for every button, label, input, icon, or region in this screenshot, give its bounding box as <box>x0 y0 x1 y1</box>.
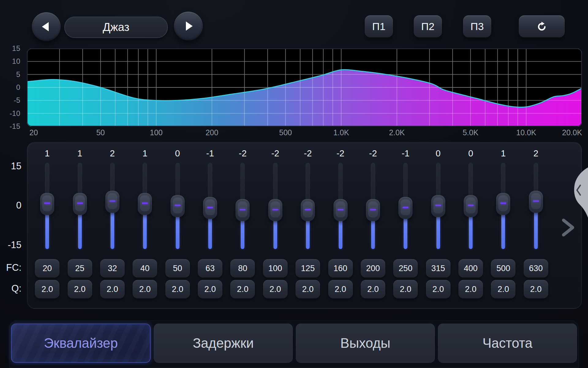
band-13-q-button[interactable]: 2.0 <box>426 280 450 298</box>
band-2-gain-slider[interactable] <box>63 163 96 249</box>
band-7-fc-button[interactable]: 80 <box>230 259 255 278</box>
right-arrow-icon <box>182 19 195 33</box>
band-12-q-button[interactable]: 2.0 <box>393 280 418 298</box>
chart-y-axis-labels: 151050-5-10-15 <box>0 0 20 368</box>
band-8-gain-slider[interactable] <box>259 163 292 249</box>
band-5-q-button[interactable]: 2.0 <box>165 280 190 298</box>
y-tick-label: 0 <box>0 83 20 92</box>
slider-thumb-dash <box>435 205 441 206</box>
slider-thumb[interactable] <box>301 199 315 221</box>
memory-preset-2-button[interactable]: П2 <box>414 15 442 37</box>
band-11-q-button[interactable]: 2.0 <box>361 280 385 298</box>
x-tick-label: 10.0K <box>516 128 536 137</box>
chart-x-axis-labels: 20501002005001.0K2.0K5.0K10.0K20.0K <box>0 128 588 137</box>
band-4-gain-slider[interactable] <box>129 163 161 249</box>
band-14-gain-slider[interactable] <box>454 163 487 249</box>
band-2-gain-value: 1 <box>63 147 96 160</box>
tab-crossover[interactable]: Частота <box>438 324 577 363</box>
band-10-q-button[interactable]: 2.0 <box>328 280 353 298</box>
band-13-fc-button[interactable]: 315 <box>426 259 450 278</box>
band-16-q-button[interactable]: 2.0 <box>524 280 548 298</box>
band-9-gain-slider[interactable] <box>292 163 324 249</box>
slider-thumb-inner <box>466 197 476 213</box>
band-11-gain-slider[interactable] <box>357 163 389 249</box>
tab-equalizer[interactable]: Эквалайзер <box>11 324 151 363</box>
band-5-gain-slider[interactable] <box>161 163 194 249</box>
band-8-gain-value: -2 <box>259 147 292 160</box>
slider-thumb-dash <box>109 200 115 202</box>
band-14-fc-button[interactable]: 400 <box>458 259 483 278</box>
band-15-q-button[interactable]: 2.0 <box>491 280 515 298</box>
x-tick-label: 500 <box>279 128 292 137</box>
slider-thumb[interactable] <box>366 199 380 221</box>
band-8-fc-button[interactable]: 100 <box>263 259 288 278</box>
band-5-fc-button[interactable]: 50 <box>165 259 190 278</box>
band-9-q-button[interactable]: 2.0 <box>296 280 320 298</box>
band-1-gain-slider[interactable] <box>31 163 63 249</box>
slider-thumb[interactable] <box>464 195 478 217</box>
band-1-q-button[interactable]: 2.0 <box>35 280 59 298</box>
y-tick-label: -10 <box>0 109 20 118</box>
preset-prev-button[interactable] <box>32 12 61 41</box>
band-4-fc-button[interactable]: 40 <box>133 259 157 278</box>
side-panel-handle[interactable] <box>570 167 588 218</box>
band-15-gain-slider[interactable] <box>487 163 519 249</box>
x-tick-label: 5.0K <box>463 128 478 137</box>
slider-thumb[interactable] <box>268 199 282 221</box>
slider-thumb[interactable] <box>529 191 543 213</box>
band-3-gain-value: 2 <box>96 147 129 160</box>
slider-thumb[interactable] <box>138 193 152 215</box>
eq-response-chart <box>27 48 582 126</box>
band-7-q-button[interactable]: 2.0 <box>230 280 255 298</box>
band-1-fc-button[interactable]: 20 <box>35 259 59 278</box>
band-16-fc-button[interactable]: 630 <box>524 259 548 278</box>
preset-name[interactable]: Джаз <box>64 17 168 38</box>
x-tick-label: 20 <box>29 128 38 137</box>
slider-thumb[interactable] <box>171 195 185 217</box>
band-14-q-button[interactable]: 2.0 <box>458 280 483 298</box>
band-2-q-button[interactable]: 2.0 <box>68 280 92 298</box>
band-11-fc-button[interactable]: 200 <box>361 259 385 278</box>
band-6-q-button[interactable]: 2.0 <box>198 280 222 298</box>
band-6-fc-button[interactable]: 63 <box>198 259 222 278</box>
band-3-gain-slider[interactable] <box>96 163 129 249</box>
slider-thumb[interactable] <box>431 195 445 217</box>
band-15-fc-button[interactable]: 500 <box>491 259 515 278</box>
band-9-fc-button[interactable]: 125 <box>296 259 320 278</box>
band-4-q-button[interactable]: 2.0 <box>133 280 157 298</box>
memory-preset-1-button[interactable]: П1 <box>365 15 393 37</box>
band-10-gain-slider[interactable] <box>324 163 356 249</box>
band-3-fc-button[interactable]: 32 <box>100 259 125 278</box>
band-12-gain-slider[interactable] <box>389 163 422 249</box>
band-8-q-button[interactable]: 2.0 <box>263 280 288 298</box>
preset-next-button[interactable] <box>174 12 203 40</box>
band-7-gain-slider[interactable] <box>226 163 259 249</box>
band-2-fc-button[interactable]: 25 <box>68 259 92 278</box>
slider-thumb-dash <box>468 205 474 206</box>
slider-thumb[interactable] <box>236 199 250 221</box>
band-6-gain-slider[interactable] <box>194 163 226 249</box>
band-12-fc-button[interactable]: 250 <box>393 259 418 278</box>
band-13-gain-slider[interactable] <box>422 163 454 249</box>
band-16-gain-slider[interactable] <box>520 163 552 249</box>
slider-thumb[interactable] <box>334 199 348 221</box>
slider-thumb-inner <box>75 195 85 211</box>
slider-thumb[interactable] <box>73 193 87 215</box>
slider-thumb[interactable] <box>203 197 217 219</box>
band-10-fc-button[interactable]: 160 <box>328 259 353 278</box>
tab-delays[interactable]: Задержки <box>154 324 293 363</box>
band-sliders-row <box>31 163 552 249</box>
band-3-q-button[interactable]: 2.0 <box>100 280 125 298</box>
tab-outputs[interactable]: Выходы <box>296 324 435 363</box>
slider-thumb[interactable] <box>105 191 119 213</box>
slider-thumb-dash <box>370 209 376 210</box>
reset-eq-button[interactable] <box>519 15 565 37</box>
slider-thumb[interactable] <box>496 193 510 215</box>
y-tick-label: 15 <box>0 44 20 53</box>
expand-bands-button[interactable] <box>560 218 576 238</box>
slider-thumb[interactable] <box>398 197 413 219</box>
slider-thumb[interactable] <box>40 193 54 215</box>
slider-thumb-dash <box>207 207 213 208</box>
memory-preset-3-button[interactable]: П3 <box>463 15 491 37</box>
x-tick-label: 50 <box>96 128 105 137</box>
